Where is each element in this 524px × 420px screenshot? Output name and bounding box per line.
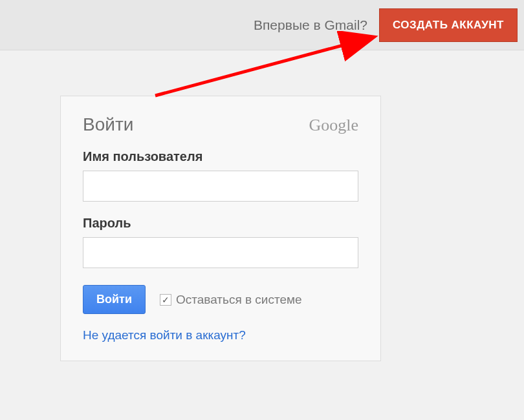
signin-button[interactable]: Войти (83, 285, 146, 314)
username-input[interactable] (83, 171, 358, 202)
create-account-button[interactable]: СОЗДАТЬ АККАУНТ (379, 8, 518, 42)
checkmark-icon: ✓ (160, 294, 171, 306)
google-logo: Google (309, 116, 358, 135)
signin-title: Войти (83, 114, 133, 135)
password-label: Пароль (83, 216, 358, 231)
top-bar: Впервые в Gmail? СОЗДАТЬ АККАУНТ (0, 0, 524, 50)
login-card: Войти Google Имя пользователя Пароль Вой… (60, 96, 381, 361)
action-row: Войти ✓ Оставаться в системе (83, 285, 358, 314)
password-input[interactable] (83, 237, 358, 268)
stay-signed-in-checkbox[interactable]: ✓ Оставаться в системе (160, 293, 302, 307)
stay-signed-in-label: Оставаться в системе (176, 293, 302, 307)
login-card-header: Войти Google (83, 114, 358, 135)
cant-access-account-link[interactable]: Не удается войти в аккаунт? (83, 328, 246, 342)
new-to-gmail-text: Впервые в Gmail? (254, 17, 367, 33)
username-label: Имя пользователя (83, 149, 358, 164)
